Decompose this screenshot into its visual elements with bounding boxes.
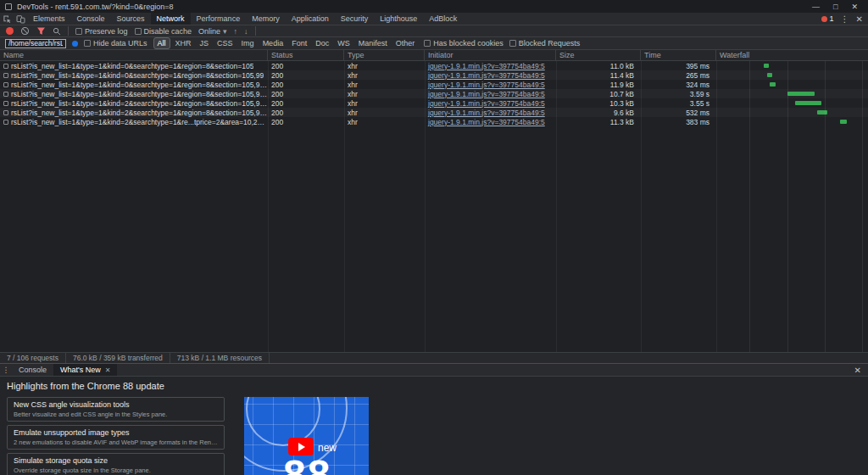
request-time: 532 ms	[641, 109, 716, 117]
panel-tab[interactable]: Console	[71, 13, 111, 25]
waterfall-bar[interactable]	[764, 64, 769, 68]
filter-input[interactable]	[5, 39, 66, 48]
resource-type-chip[interactable]: XHR	[172, 38, 195, 48]
request-initiator-link[interactable]: jquery-1.9.1.min.js?v=397754ba49:5	[425, 90, 556, 98]
table-row[interactable]: rsList?is_new_list=1&type=1&kind=0&searc…	[0, 61, 868, 70]
resource-type-chip[interactable]: Manifest	[355, 38, 391, 48]
devtools-close-icon[interactable]: ✕	[856, 14, 863, 24]
waterfall-bar[interactable]	[817, 110, 827, 115]
table-row[interactable]: rsList?is_new_list=1&type=1&kind=0&searc…	[0, 70, 868, 80]
error-badge[interactable]: 1	[821, 14, 834, 23]
drawer-tab[interactable]: Console	[12, 364, 53, 376]
column-header[interactable]: Name	[0, 50, 268, 60]
highlight-card-description: 2 new emulations to disable AVIF and Web…	[14, 439, 218, 446]
drawer-tab[interactable]: What's New ✕	[53, 364, 117, 376]
request-name-cell[interactable]: rsList?is_new_list=1&type=1&kind=2&searc…	[0, 90, 268, 98]
hide-data-urls-checkbox[interactable]: Hide data URLs	[84, 39, 147, 48]
column-header[interactable]: Initiator	[425, 50, 556, 60]
request-initiator-link[interactable]: jquery-1.9.1.min.js?v=397754ba49:5	[425, 71, 556, 80]
has-blocked-cookies-checkbox[interactable]: Has blocked cookies	[424, 39, 504, 48]
panel-tab[interactable]: Performance	[191, 13, 247, 25]
column-header[interactable]: Status	[268, 50, 344, 60]
drawer-menu-icon[interactable]: ⋮	[0, 364, 12, 376]
column-header[interactable]: Type	[344, 50, 425, 60]
export-har-icon[interactable]: ↓	[244, 27, 248, 36]
request-initiator-link[interactable]: jquery-1.9.1.min.js?v=397754ba49:5	[425, 99, 556, 108]
waterfall-bar[interactable]	[770, 82, 776, 87]
filter-active-indicator-icon[interactable]	[72, 41, 78, 47]
resource-type-chip[interactable]: Doc	[312, 38, 332, 48]
request-name-cell[interactable]: rsList?is_new_list=1&type=1&kind=2&searc…	[0, 99, 268, 108]
panel-tab-bar: Elements Console Sources Network Perform…	[0, 13, 868, 25]
panel-tab[interactable]: Sources	[111, 13, 151, 25]
search-icon[interactable]	[53, 27, 61, 36]
column-header[interactable]: Waterfall	[716, 50, 868, 60]
request-rows: rsList?is_new_list=1&type=1&kind=0&searc…	[0, 61, 868, 352]
table-row[interactable]: rsList?is_new_list=1&type=1&kind=2&searc…	[0, 108, 868, 117]
minimize-button[interactable]: —	[812, 3, 820, 11]
panel-tab-label: Console	[77, 14, 105, 23]
highlight-card[interactable]: Simulate storage quota size Override sto…	[7, 453, 225, 475]
table-row[interactable]: rsList?is_new_list=1&type=1&kind=0&searc…	[0, 80, 868, 89]
resource-type-chip[interactable]: Img	[238, 38, 258, 48]
panel-tab[interactable]: Application	[286, 13, 335, 25]
request-status: 200	[268, 99, 344, 108]
panel-tab-label: Security	[341, 14, 369, 23]
preserve-log-checkbox[interactable]: Preserve log	[75, 27, 128, 36]
table-row[interactable]: rsList?is_new_list=1&type=1&kind=2&searc…	[0, 117, 868, 126]
table-row[interactable]: rsList?is_new_list=1&type=1&kind=2&searc…	[0, 98, 868, 108]
chevron-down-icon: ▾	[223, 27, 227, 36]
resource-type-chip[interactable]: Other	[392, 38, 419, 48]
highlight-card[interactable]: Emulate unsupported image types 2 new em…	[7, 425, 225, 450]
resource-type-chip[interactable]: Media	[259, 38, 287, 48]
panel-tab[interactable]: Elements	[27, 13, 71, 25]
disable-cache-checkbox[interactable]: Disable cache	[135, 27, 192, 36]
column-header[interactable]: Time	[641, 50, 716, 60]
waterfall-bar[interactable]	[795, 101, 821, 105]
resource-type-chip[interactable]: All	[153, 37, 170, 49]
request-name-cell[interactable]: rsList?is_new_list=1&type=1&kind=0&searc…	[0, 81, 268, 89]
request-name-cell[interactable]: rsList?is_new_list=1&type=1&kind=0&searc…	[0, 62, 268, 70]
panel-tab[interactable]: Lighthouse	[374, 13, 423, 25]
request-name-cell[interactable]: rsList?is_new_list=1&type=1&kind=2&searc…	[0, 109, 268, 117]
network-toolbar: Preserve log Disable cache Online ▾ ↑ ↓	[0, 25, 868, 37]
panel-tab[interactable]: Security	[335, 13, 375, 25]
tab-close-icon[interactable]: ✕	[105, 366, 111, 374]
resource-type-chip[interactable]: CSS	[214, 38, 236, 48]
window-close-button[interactable]: ✕	[851, 3, 858, 11]
column-header[interactable]: Size	[556, 50, 641, 60]
waterfall-bar[interactable]	[767, 73, 772, 77]
panel-tab[interactable]: Network	[151, 13, 191, 25]
resource-type-chip[interactable]: JS	[197, 38, 213, 48]
request-time: 395 ms	[641, 62, 716, 70]
drawer-close-icon[interactable]: ✕	[848, 364, 868, 376]
request-initiator-link[interactable]: jquery-1.9.1.min.js?v=397754ba49:5	[425, 118, 556, 126]
import-har-icon[interactable]: ↑	[234, 27, 238, 36]
request-name-cell[interactable]: rsList?is_new_list=1&type=1&kind=2&searc…	[0, 118, 268, 126]
panel-tab[interactable]: AdBlock	[423, 13, 463, 25]
clear-network-log-icon[interactable]	[20, 26, 30, 36]
request-name-cell[interactable]: rsList?is_new_list=1&type=1&kind=0&searc…	[0, 71, 268, 80]
blocked-requests-checkbox[interactable]: Blocked Requests	[509, 39, 581, 48]
resource-type-chip[interactable]: WS	[334, 38, 353, 48]
throttling-dropdown[interactable]: Online ▾	[198, 27, 227, 36]
more-options-icon[interactable]: ⋮	[841, 14, 849, 24]
maximize-button[interactable]: □	[833, 3, 837, 11]
panel-tab[interactable]: Memory	[246, 13, 286, 25]
table-row[interactable]: rsList?is_new_list=1&type=1&kind=2&searc…	[0, 89, 868, 98]
waterfall-bar[interactable]	[840, 120, 847, 124]
record-network-log-icon[interactable]	[6, 27, 14, 35]
highlight-card[interactable]: New CSS angle visualization tools Better…	[7, 397, 225, 422]
device-toolbar-icon[interactable]	[14, 13, 27, 25]
resource-type-chip[interactable]: Font	[288, 38, 310, 48]
request-initiator-link[interactable]: jquery-1.9.1.min.js?v=397754ba49:5	[425, 109, 556, 117]
filter-funnel-icon[interactable]	[36, 26, 46, 36]
inspect-element-icon[interactable]	[0, 13, 14, 25]
window-title: DevTools - rent.591.com.tw/?kind=0&regio…	[17, 3, 174, 11]
waterfall-bar[interactable]	[787, 92, 815, 96]
request-initiator-link[interactable]: jquery-1.9.1.min.js?v=397754ba49:5	[425, 62, 556, 70]
chrome-88-video-thumbnail[interactable]: new 88	[244, 397, 369, 475]
checkbox-icon	[84, 40, 91, 47]
request-initiator-link[interactable]: jquery-1.9.1.min.js?v=397754ba49:5	[425, 81, 556, 89]
request-size: 9.6 kB	[556, 109, 641, 117]
